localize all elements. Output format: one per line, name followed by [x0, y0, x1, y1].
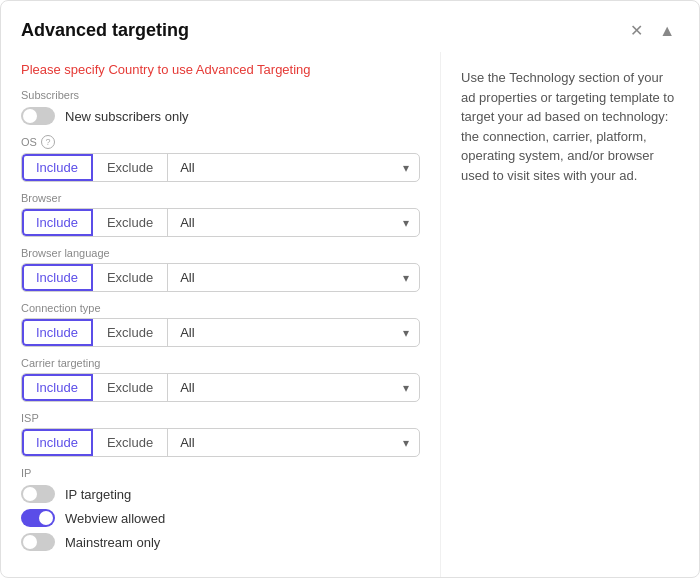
browser-ie-row: Include Exclude All ▾: [21, 208, 420, 237]
browser-language-select-wrapper: All ▾: [168, 264, 419, 291]
mainstream-toggle-row: Mainstream only: [21, 533, 420, 551]
subscribers-toggle-row: New subscribers only: [21, 107, 420, 125]
browser-exclude-button[interactable]: Exclude: [93, 209, 168, 236]
os-select-wrapper: All ▾: [168, 154, 419, 181]
connection-type-include-button[interactable]: Include: [22, 319, 93, 346]
isp-ie-row: Include Exclude All ▾: [21, 428, 420, 457]
ip-label: IP: [21, 467, 420, 479]
os-label: OS ?: [21, 135, 420, 149]
advanced-targeting-modal: Advanced targeting ✕ ▲ Please specify Co…: [0, 0, 700, 578]
carrier-targeting-select-wrapper: All ▾: [168, 374, 419, 401]
isp-exclude-button[interactable]: Exclude: [93, 429, 168, 456]
right-panel: Use the Technology section of your ad pr…: [441, 52, 699, 577]
mainstream-toggle[interactable]: [21, 533, 55, 551]
ip-targeting-toggle[interactable]: [21, 485, 55, 503]
connection-type-select-wrapper: All ▾: [168, 319, 419, 346]
browser-select-wrapper: All ▾: [168, 209, 419, 236]
expand-button[interactable]: ▲: [655, 20, 679, 42]
mainstream-label: Mainstream only: [65, 535, 160, 550]
subscribers-label: Subscribers: [21, 89, 420, 101]
connection-type-label: Connection type: [21, 302, 420, 314]
connection-type-exclude-button[interactable]: Exclude: [93, 319, 168, 346]
carrier-targeting-include-button[interactable]: Include: [22, 374, 93, 401]
connection-type-select[interactable]: All: [168, 319, 419, 346]
carrier-targeting-exclude-button[interactable]: Exclude: [93, 374, 168, 401]
webview-slider: [21, 509, 55, 527]
isp-label: ISP: [21, 412, 420, 424]
browser-language-exclude-button[interactable]: Exclude: [93, 264, 168, 291]
webview-label: Webview allowed: [65, 511, 165, 526]
ip-targeting-toggle-row: IP targeting: [21, 485, 420, 503]
isp-select-wrapper: All ▾: [168, 429, 419, 456]
browser-include-button[interactable]: Include: [22, 209, 93, 236]
browser-language-label: Browser language: [21, 247, 420, 259]
os-info-icon[interactable]: ?: [41, 135, 55, 149]
webview-toggle[interactable]: [21, 509, 55, 527]
isp-select[interactable]: All: [168, 429, 419, 456]
modal-body: Please specify Country to use Advanced T…: [1, 52, 699, 577]
browser-language-select[interactable]: All: [168, 264, 419, 291]
subscribers-slider: [21, 107, 55, 125]
os-exclude-button[interactable]: Exclude: [93, 154, 168, 181]
browser-language-include-button[interactable]: Include: [22, 264, 93, 291]
connection-type-ie-row: Include Exclude All ▾: [21, 318, 420, 347]
modal-header: Advanced targeting ✕ ▲: [1, 1, 699, 52]
ip-targeting-label: IP targeting: [65, 487, 131, 502]
os-include-button[interactable]: Include: [22, 154, 93, 181]
browser-select[interactable]: All: [168, 209, 419, 236]
mainstream-slider: [21, 533, 55, 551]
carrier-targeting-select[interactable]: All: [168, 374, 419, 401]
isp-include-button[interactable]: Include: [22, 429, 93, 456]
carrier-targeting-label: Carrier targeting: [21, 357, 420, 369]
error-message: Please specify Country to use Advanced T…: [21, 62, 420, 77]
webview-toggle-row: Webview allowed: [21, 509, 420, 527]
os-ie-row: Include Exclude All ▾: [21, 153, 420, 182]
modal-title: Advanced targeting: [21, 20, 189, 41]
subscribers-toggle-label: New subscribers only: [65, 109, 189, 124]
right-panel-description: Use the Technology section of your ad pr…: [461, 70, 674, 183]
close-button[interactable]: ✕: [626, 19, 647, 42]
browser-language-ie-row: Include Exclude All ▾: [21, 263, 420, 292]
carrier-targeting-ie-row: Include Exclude All ▾: [21, 373, 420, 402]
subscribers-toggle[interactable]: [21, 107, 55, 125]
browser-label: Browser: [21, 192, 420, 204]
header-icons: ✕ ▲: [626, 19, 679, 42]
os-select[interactable]: All: [168, 154, 419, 181]
ip-targeting-slider: [21, 485, 55, 503]
left-panel: Please specify Country to use Advanced T…: [1, 52, 441, 577]
